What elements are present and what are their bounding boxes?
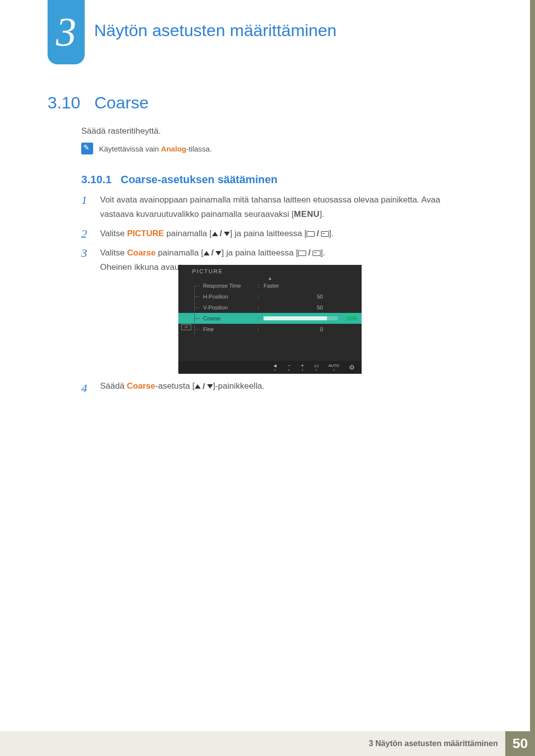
- step-text: ].: [329, 229, 333, 238]
- osd-btn-power: ⏻: [349, 365, 354, 370]
- step-text: -asetusta [: [156, 381, 195, 391]
- device-icons: /: [307, 227, 329, 241]
- osd-value: Faster: [264, 283, 328, 289]
- osd-btn-minus: −▼: [287, 363, 291, 372]
- osd-value: 0: [264, 326, 328, 332]
- step-number: 2: [81, 227, 91, 241]
- section-number: 3.10: [48, 93, 80, 112]
- step-text: painamalla [: [156, 248, 203, 257]
- osd-row-v-position: V-Position : 50: [178, 302, 362, 313]
- pencil-note-icon: [81, 143, 93, 154]
- step-number: 3: [81, 246, 91, 275]
- step-text: ]-painikkeella.: [213, 381, 265, 391]
- osd-title: PICTURE: [178, 265, 362, 276]
- subsection-heading: 3.10.1 Coarse-asetuksen säätäminen: [81, 173, 277, 186]
- osd-btn-plus: +▼: [301, 363, 304, 372]
- step-number: 1: [81, 193, 91, 222]
- info-note: Käytettävissä vain Analog-tilassa.: [81, 143, 212, 154]
- osd-label: Coarse: [198, 315, 258, 321]
- note-suffix: -tilassa.: [186, 145, 212, 153]
- highlight: PICTURE: [127, 229, 164, 238]
- step-text: painamalla [: [164, 229, 212, 238]
- osd-row-fine: Fine : 0: [178, 324, 362, 335]
- section-heading: 3.10 Coarse: [48, 93, 149, 112]
- chapter-title: Näytön asetusten määrittäminen: [94, 21, 336, 40]
- subsection-title: Coarse-asetuksen säätäminen: [121, 173, 278, 186]
- osd-btn-enter: ▭▼: [314, 363, 319, 372]
- step-text: Säädä: [100, 381, 127, 391]
- osd-label: Fine: [198, 326, 258, 332]
- osd-row-h-position: H-Position : 50: [178, 291, 362, 302]
- chapter-tab: 3: [48, 0, 85, 64]
- osd-btn-auto: AUTO▼: [328, 363, 339, 372]
- section-title: Coarse: [95, 93, 149, 112]
- page-number: 50: [505, 731, 535, 756]
- osd-value: 50: [264, 304, 328, 310]
- osd-btn-back: ◄▼: [272, 363, 277, 372]
- step-2: 2 Valitse PICTURE painamalla [/] ja pain…: [81, 227, 473, 241]
- step-text: ].: [320, 209, 324, 219]
- osd-label: Response Time: [198, 283, 258, 289]
- step-text: Valitse: [100, 229, 127, 238]
- step-number: 4: [81, 381, 91, 396]
- footer-text: 3 Näytön asetusten määrittäminen: [0, 731, 505, 756]
- device-icons: /: [298, 246, 321, 260]
- osd-row-coarse-active: Coarse : 1936: [178, 313, 362, 324]
- osd-scroll-up-icon: ▲: [178, 276, 362, 280]
- osd-value: 1936: [342, 316, 362, 321]
- note-highlight: Analog: [161, 145, 186, 153]
- osd-value: 50: [264, 294, 328, 300]
- step-text: ] ja paina laitteessa [: [221, 248, 298, 257]
- subsection-number: 3.10.1: [81, 173, 111, 186]
- osd-menu: PICTURE ▲ Response Time : Faster H-Posit…: [178, 265, 362, 374]
- osd-bottom-bar: ◄▼ −▼ +▼ ▭▼ AUTO▼ ⏻: [178, 361, 362, 374]
- menu-label: MENU: [294, 209, 320, 219]
- step-text: ].: [321, 248, 325, 257]
- osd-label: H-Position: [198, 294, 258, 300]
- note-text: Käytettävissä vain Analog-tilassa.: [99, 145, 212, 153]
- highlight: Coarse: [127, 248, 156, 257]
- osd-label: V-Position: [198, 304, 258, 310]
- step-text: ] ja paina laitteessa [: [230, 229, 307, 238]
- step-body: Voit avata avainoppaan painamalla mitä t…: [100, 193, 473, 222]
- osd-row-response-time: Response Time : Faster: [178, 280, 362, 291]
- intro-text: Säädä rasteritiheyttä.: [81, 126, 161, 136]
- step-text: Valitse: [100, 248, 127, 257]
- step-text: Voit avata avainoppaan painamalla mitä t…: [100, 195, 440, 219]
- up-down-icon: /: [195, 382, 213, 392]
- up-down-icon: /: [204, 246, 222, 260]
- step-body: Valitse PICTURE painamalla [/] ja paina …: [100, 227, 473, 241]
- highlight: Coarse: [127, 381, 156, 391]
- up-down-icon: /: [212, 227, 230, 241]
- step-1: 1 Voit avata avainoppaan painamalla mitä…: [81, 193, 473, 222]
- osd-side-icon: III: [181, 324, 191, 330]
- note-prefix: Käytettävissä vain: [99, 145, 161, 153]
- step-body: Säädä Coarse-asetusta [/]-painikkeella.: [100, 381, 473, 396]
- page-footer: 3 Näytön asetusten määrittäminen 50: [0, 731, 535, 756]
- osd-slider-bar: [264, 316, 338, 320]
- side-stripe: [530, 0, 535, 733]
- chapter-number: 3: [56, 12, 76, 52]
- step-4: 4 Säädä Coarse-asetusta [/]-painikkeella…: [81, 381, 473, 396]
